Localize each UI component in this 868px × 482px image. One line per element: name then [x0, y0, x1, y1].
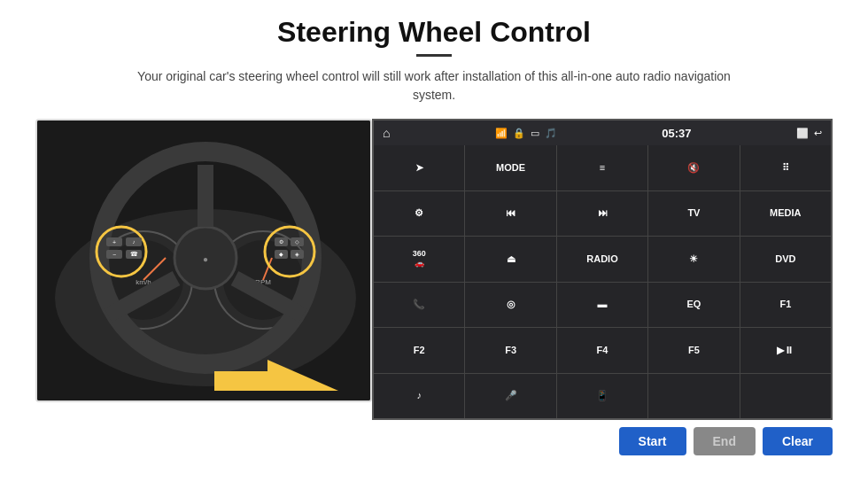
grid-row-2: ⚙ ⏮ ⏭ TV MEDIA — [374, 191, 831, 237]
svg-text:☎: ☎ — [130, 251, 138, 257]
start-button[interactable]: Start — [619, 427, 686, 455]
grid-row-3: 360🚗 ⏏ RADIO ☀ DVD — [374, 237, 831, 283]
grid-row-5: F2 F3 F4 F5 ▶⏸ — [374, 328, 831, 374]
btn-media[interactable]: MEDIA — [740, 191, 831, 237]
btn-empty-1 — [648, 374, 740, 419]
status-icons: 📶 🔒 ▭ 🎵 — [495, 128, 557, 139]
page-subtitle: Your original car's steering wheel contr… — [124, 67, 744, 105]
btn-playpause[interactable]: ▶⏸ — [740, 328, 831, 373]
grid-row-4: 📞 ◎ ▬ EQ F1 — [374, 283, 831, 329]
grid-row-6: ♪ 🎤 📱 — [374, 374, 831, 419]
wifi-icon: 📶 — [495, 128, 508, 139]
btn-rect[interactable]: ▬ — [557, 283, 648, 328]
svg-text:−: − — [112, 252, 116, 258]
btn-mode[interactable]: MODE — [465, 145, 556, 190]
status-right: ⬜ ↩ — [796, 128, 822, 139]
svg-text:+: + — [112, 239, 116, 245]
sd-icon: ▭ — [531, 128, 539, 139]
bt-icon: 🎵 — [545, 128, 557, 139]
btn-empty-2 — [740, 374, 831, 419]
btn-phone[interactable]: 📞 — [374, 283, 465, 328]
btn-send[interactable]: ➤ — [374, 145, 465, 190]
btn-radio[interactable]: RADIO — [557, 237, 648, 282]
svg-text:♪: ♪ — [133, 239, 136, 245]
btn-list[interactable]: ≡ — [557, 145, 648, 190]
steering-wheel-image: km/h RPM ● + — [35, 119, 372, 402]
page-title: Steering Wheel Control — [277, 16, 591, 49]
btn-f1[interactable]: F1 — [740, 283, 831, 328]
btn-settings[interactable]: ⚙ — [374, 191, 465, 237]
svg-text:●: ● — [203, 254, 208, 264]
btn-phonecall[interactable]: 📱 — [557, 374, 648, 419]
btn-grid[interactable]: ⠿ — [740, 145, 831, 190]
btn-fastforward[interactable]: ⏭ — [557, 191, 648, 237]
lock-icon: 🔒 — [513, 128, 525, 139]
svg-rect-35 — [214, 371, 269, 391]
back-icon: ↩ — [814, 128, 822, 139]
svg-text:⚙: ⚙ — [279, 239, 283, 245]
btn-360[interactable]: 360🚗 — [374, 237, 465, 282]
btn-tv[interactable]: TV — [648, 191, 740, 237]
title-divider — [416, 54, 452, 57]
home-icon[interactable]: ⌂ — [383, 126, 390, 140]
page-wrapper: Steering Wheel Control Your original car… — [0, 0, 868, 482]
btn-mute[interactable]: 🔇 — [648, 145, 740, 190]
content-row: km/h RPM ● + — [35, 119, 833, 420]
end-button[interactable]: End — [694, 427, 756, 455]
screen-icon: ⬜ — [796, 128, 809, 139]
grid-rows: ➤ MODE ≡ 🔇 ⠿ ⚙ ⏮ ⏭ TV MEDIA 360🚗 ⏏ — [374, 145, 831, 418]
btn-f4[interactable]: F4 — [557, 328, 648, 373]
btn-swirl[interactable]: ◎ — [465, 283, 556, 328]
svg-text:◆: ◆ — [279, 252, 283, 257]
svg-text:◇: ◇ — [295, 239, 299, 245]
btn-eq[interactable]: EQ — [648, 283, 740, 328]
svg-text:◈: ◈ — [295, 252, 299, 257]
btn-music[interactable]: ♪ — [374, 374, 465, 419]
btn-f2[interactable]: F2 — [374, 328, 465, 373]
clear-button[interactable]: Clear — [763, 427, 833, 455]
btn-eject[interactable]: ⏏ — [465, 237, 556, 282]
button-grid-panel: ⌂ 📶 🔒 ▭ 🎵 05:37 ⬜ ↩ ➤ MODE — [372, 119, 833, 420]
status-time: 05:37 — [662, 127, 691, 140]
btn-brightness[interactable]: ☀ — [648, 237, 740, 282]
btn-mic[interactable]: 🎤 — [465, 374, 556, 419]
btn-f5[interactable]: F5 — [648, 328, 740, 373]
status-bar: ⌂ 📶 🔒 ▭ 🎵 05:37 ⬜ ↩ — [374, 120, 831, 145]
steering-wheel-svg: km/h RPM ● + — [37, 120, 372, 402]
grid-row-1: ➤ MODE ≡ 🔇 ⠿ — [374, 145, 831, 191]
btn-f3[interactable]: F3 — [465, 328, 556, 373]
btn-dvd[interactable]: DVD — [740, 237, 831, 282]
btn-rewind[interactable]: ⏮ — [465, 191, 556, 237]
action-bar: Start End Clear — [35, 420, 833, 455]
